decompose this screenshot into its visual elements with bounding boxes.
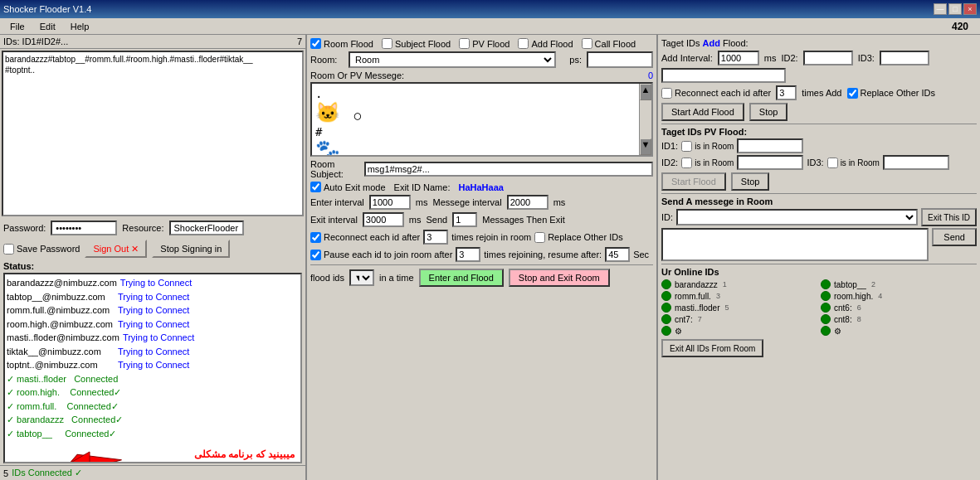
menu-bar: File Edit Help 420 <box>0 18 980 35</box>
subject-input[interactable] <box>364 162 653 177</box>
enter-interval-input[interactable] <box>369 195 411 210</box>
is-room-3-checkbox[interactable] <box>827 158 838 168</box>
room-flood-label[interactable]: Room Flood <box>310 38 373 49</box>
id-label: ID: <box>661 212 673 222</box>
status-row-8: ✓ room.high. Connected✓ <box>7 385 299 400</box>
resource-input[interactable] <box>169 221 244 235</box>
status-header-container: Status: <box>0 259 305 271</box>
stop-and-exit-button[interactable]: Stop and Exit Room <box>509 269 610 287</box>
target-ids-title: Taget IDs <box>661 38 700 48</box>
exit-all-button[interactable]: Exit All IDs From Room <box>661 339 763 357</box>
subject-flood-checkbox[interactable] <box>382 38 392 49</box>
add-flood-checkbox[interactable] <box>518 38 529 49</box>
times-rejoin: times rejoin in room <box>451 232 531 242</box>
id3-input[interactable] <box>880 51 929 65</box>
reconnect-checkbox[interactable] <box>310 232 321 243</box>
pv-flood-checkbox[interactable] <box>459 38 470 49</box>
sign-out-button[interactable]: Sign Out ✕ <box>85 240 147 258</box>
ids-textarea[interactable]: barandazzz#tabtop__#romm.full.#room.high… <box>2 51 304 216</box>
is-room-3[interactable]: is in Room <box>827 158 880 168</box>
message-textarea[interactable]: . 🐱 ○ # 🐾 ▲ ▼ <box>310 82 653 157</box>
reconnect-add-checkbox[interactable] <box>661 88 672 99</box>
room-flood-checkbox[interactable] <box>310 38 321 49</box>
reconnect-input[interactable] <box>423 230 448 245</box>
connected-count: 5 <box>3 468 8 478</box>
is-room-2[interactable]: is in Room <box>681 158 734 168</box>
id2-input[interactable] <box>803 51 853 65</box>
start-flood-button[interactable]: Start Flood <box>661 172 726 191</box>
flood-ids-select[interactable]: ▼ <box>349 269 374 286</box>
exit-interval-row: Exit interval ms Send Messages Then Exit <box>310 212 653 227</box>
replace-ids-label[interactable]: Replace Other IDs <box>534 232 622 243</box>
menu-file[interactable]: File <box>3 20 32 33</box>
enter-and-flood-button[interactable]: Enter and Flood <box>419 269 504 287</box>
exit-id-name-label: Exit ID Name: <box>394 182 451 192</box>
add-interval-input[interactable] <box>718 51 759 65</box>
menu-help[interactable]: Help <box>64 20 96 33</box>
menu-edit[interactable]: Edit <box>33 20 62 33</box>
message-scrollbar[interactable]: ▲ ▼ <box>639 84 651 155</box>
id1-input[interactable] <box>661 68 786 83</box>
reconnect-row: Reconnect each id after times rejoin in … <box>310 230 653 245</box>
count-badge: 420 <box>952 21 977 32</box>
call-flood-label[interactable]: Call Flood <box>582 38 636 49</box>
close-button[interactable]: × <box>963 3 977 15</box>
room-select[interactable]: Room <box>349 51 556 68</box>
pv-flood-label[interactable]: PV Flood <box>459 38 510 49</box>
replace-add-checkbox[interactable] <box>847 88 858 99</box>
pv-id1-input[interactable] <box>737 138 803 153</box>
add-flood-label[interactable]: Add Flood <box>518 38 573 49</box>
pv-start-stop-row: Start Flood Stop <box>661 172 977 191</box>
resume-input[interactable] <box>605 247 630 262</box>
interval-row: Enter interval ms Messege interval ms <box>310 195 653 210</box>
save-password-label[interactable]: Save Password <box>3 244 80 255</box>
call-flood-checkbox[interactable] <box>582 38 592 49</box>
replace-add-label[interactable]: Replace Other IDs <box>847 88 935 99</box>
online-id-4: room.high. 4 <box>821 291 977 301</box>
password-input[interactable] <box>51 221 117 235</box>
pv-id2-input[interactable] <box>737 155 803 170</box>
window-controls: — □ × <box>934 3 977 15</box>
pause-label[interactable]: Pause each id to join room after <box>310 250 452 260</box>
replace-ids-checkbox[interactable] <box>534 232 545 243</box>
minimize-button[interactable]: — <box>934 3 947 15</box>
green-dot-8 <box>821 314 831 324</box>
send-message-textarea[interactable] <box>661 228 929 261</box>
pause-checkbox[interactable] <box>310 250 321 260</box>
auto-exit-checkbox[interactable] <box>310 182 321 192</box>
send-message-title: Send A messege in Room <box>661 196 977 206</box>
send-id-row: ID: Exit This ID <box>661 208 977 226</box>
save-row: Save Password Sign Out ✕ Stop Signing in <box>0 238 305 259</box>
status-row-2: romm.full.@nimbuzz.com Trying to Connect <box>7 303 299 318</box>
is-room-1-checkbox[interactable] <box>681 141 692 152</box>
pause-input[interactable] <box>456 247 480 262</box>
send-id-select[interactable] <box>676 209 918 225</box>
send-count-input[interactable] <box>452 212 477 227</box>
green-dot-9 <box>661 326 671 336</box>
exit-interval-input[interactable] <box>363 212 404 227</box>
status-row-3: room.high.@nimbuzz.com Trying to Connect <box>7 318 299 332</box>
reconnect-add-input[interactable] <box>776 85 797 100</box>
save-password-checkbox[interactable] <box>3 244 14 255</box>
exit-this-id-button[interactable]: Exit This ID <box>921 208 977 226</box>
subject-flood-label[interactable]: Subject Flood <box>382 38 451 49</box>
auto-exit-label[interactable]: Auto Exit mode <box>310 182 386 192</box>
maximize-button[interactable]: □ <box>948 3 962 15</box>
is-room-1[interactable]: is in Room <box>681 141 734 152</box>
reconnect-add-label[interactable]: Reconnect each id after <box>661 88 771 99</box>
exit-id-value: HaHaHaaa <box>458 182 503 192</box>
start-add-flood-button[interactable]: Start Add Flood <box>661 103 744 121</box>
stop-button-2[interactable]: Stop <box>731 172 770 191</box>
stop-button-1[interactable]: Stop <box>749 103 788 121</box>
reconnect-label[interactable]: Reconnect each id after <box>310 232 420 243</box>
add-interval-row: Add Interval: ms ID2: ID3: <box>661 51 977 65</box>
pv-id3-input[interactable] <box>883 155 949 170</box>
message-section: Room Or PV Messege: 0 . 🐱 ○ # 🐾 ▲ <box>310 70 653 157</box>
online-id-10: ⚙ <box>821 326 977 336</box>
ps-input[interactable] <box>587 51 653 68</box>
left-panel: IDs: ID1#ID2#... 7 barandazzz#tabtop__#r… <box>0 35 307 480</box>
send-button[interactable]: Send <box>932 228 977 246</box>
stop-signing-button[interactable]: Stop Signing in <box>152 240 230 258</box>
message-interval-input[interactable] <box>507 195 549 210</box>
is-room-2-checkbox[interactable] <box>681 158 692 168</box>
